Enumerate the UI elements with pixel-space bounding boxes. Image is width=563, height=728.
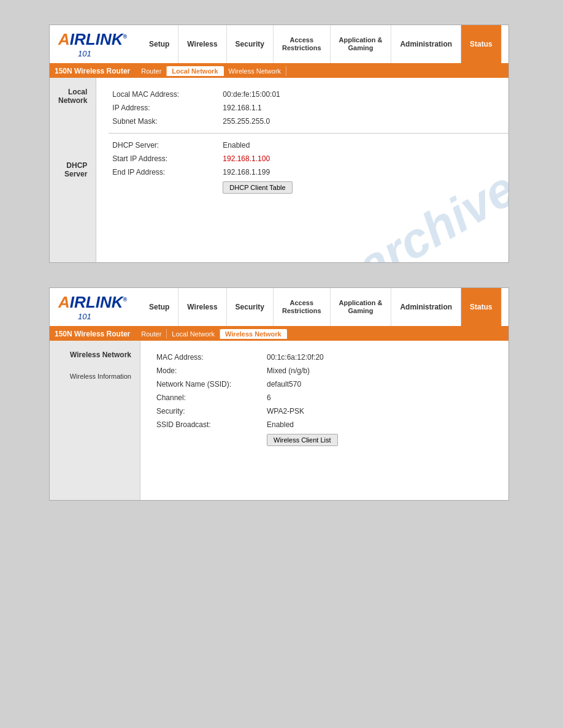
label-subnet: Subnet Mask: xyxy=(109,115,219,128)
logo-irlink-2: IRLINK xyxy=(70,293,123,311)
table-row: DHCP Client Table xyxy=(109,179,509,196)
nav-setup-2[interactable]: Setup xyxy=(140,288,178,326)
dhcp-table: DHCP Server: Enabled Start IP Address: 1… xyxy=(109,138,509,196)
nav-status-2[interactable]: Status xyxy=(461,288,502,326)
table-row: Network Name (SSID): default570 xyxy=(153,377,496,391)
breadcrumb-wireless-network-2[interactable]: Wireless Network xyxy=(220,329,287,339)
table-row: IP Address: 192.168.1.1 xyxy=(109,101,509,115)
breadcrumb-router-1[interactable]: Router xyxy=(136,66,167,76)
value-w-mac: 00:1c:6a:12:0f:20 xyxy=(263,351,496,364)
nav-wireless-1[interactable]: Wireless xyxy=(178,25,226,63)
content-area-1: Local Network DHCP Server Local MAC Addr… xyxy=(50,78,508,262)
label-end-ip: End IP Address: xyxy=(109,165,219,179)
value-w-ssid-broadcast: Enabled xyxy=(263,418,496,431)
value-w-security: WPA2-PSK xyxy=(263,404,496,418)
label-w-ssid-broadcast: SSID Broadcast: xyxy=(153,418,263,431)
value-dhcp-server: Enabled xyxy=(219,138,509,152)
value-subnet: 255.255.255.0 xyxy=(219,115,509,128)
logo-a: A xyxy=(58,30,70,48)
nav-admin-1[interactable]: Administration xyxy=(391,25,461,63)
local-network-table: Local MAC Address: 00:de:fe:15:00:01 IP … xyxy=(109,88,509,128)
label-dhcp-server: DHCP Server: xyxy=(109,138,219,152)
sidebar-2: Wireless Network Wireless Information xyxy=(50,341,140,500)
content-area-2: Wireless Network Wireless Information MA… xyxy=(50,341,508,500)
label-w-channel: Channel: xyxy=(153,391,263,404)
dhcp-client-table-button[interactable]: DHCP Client Table xyxy=(223,181,292,194)
header-2: AIRLINK® 101 Setup Wireless Security Acc… xyxy=(50,288,508,327)
value-mac: 00:de:fe:15:00:01 xyxy=(219,88,509,101)
table-row: MAC Address: 00:1c:6a:12:0f:20 xyxy=(153,351,496,364)
breadcrumb-bar-2: 150N Wireless Router Router Local Networ… xyxy=(50,327,508,341)
nav-access-2[interactable]: AccessRestrictions xyxy=(274,288,331,326)
breadcrumb-local-2[interactable]: Local Network xyxy=(167,329,220,339)
table-row: Channel: 6 xyxy=(153,391,496,404)
value-end-ip: 192.168.1.199 xyxy=(219,165,509,179)
nav-appgaming-2[interactable]: Application &Gaming xyxy=(331,288,392,326)
table-row: DHCP Server: Enabled xyxy=(109,138,509,152)
label-w-security: Security: xyxy=(153,404,263,418)
panel-wireless-network: AIRLINK® 101 Setup Wireless Security Acc… xyxy=(49,287,509,501)
value-w-mode: Mixed (n/g/b) xyxy=(263,364,496,377)
logo-reg: ® xyxy=(123,34,127,40)
value-w-ssid: default570 xyxy=(263,377,496,391)
breadcrumb-wireless-1[interactable]: Wireless Network xyxy=(224,66,287,76)
nav-access-1[interactable]: AccessRestrictions xyxy=(274,25,331,63)
value-start-ip: 192.168.1.100 xyxy=(219,152,509,165)
table-row: Wireless Client List xyxy=(153,431,496,449)
main-content-1: Local MAC Address: 00:de:fe:15:00:01 IP … xyxy=(96,78,509,262)
main-content-2: MAC Address: 00:1c:6a:12:0f:20 Mode: Mix… xyxy=(140,341,508,500)
divider-1 xyxy=(109,133,509,134)
nav-security-1[interactable]: Security xyxy=(227,25,274,63)
sidebar-wireless-label: Wireless Network xyxy=(56,347,134,363)
logo-1: AIRLINK® 101 xyxy=(50,25,140,63)
logo-101: 101 xyxy=(78,49,91,58)
table-row: Security: WPA2-PSK xyxy=(153,404,496,418)
logo-a-2: A xyxy=(58,293,70,311)
nav-bar-1: Setup Wireless Security AccessRestrictio… xyxy=(140,25,508,63)
wireless-table: MAC Address: 00:1c:6a:12:0f:20 Mode: Mix… xyxy=(153,351,496,449)
label-ip: IP Address: xyxy=(109,101,219,115)
logo-2: AIRLINK® 101 xyxy=(50,288,140,326)
table-row: Subnet Mask: 255.255.255.0 xyxy=(109,115,509,128)
label-w-mode: Mode: xyxy=(153,364,263,377)
nav-appgaming-1[interactable]: Application &Gaming xyxy=(331,25,392,63)
table-row: Mode: Mixed (n/g/b) xyxy=(153,364,496,377)
sidebar-local-network-label: Local Network xyxy=(56,84,90,108)
sidebar-wireless-info-label: Wireless Information xyxy=(56,369,134,384)
breadcrumb-router-2[interactable]: Router xyxy=(136,329,167,339)
sidebar-dhcp-label: DHCP Server xyxy=(56,157,90,182)
table-row: End IP Address: 192.168.1.199 xyxy=(109,165,509,179)
sidebar-1: Local Network DHCP Server xyxy=(50,78,96,262)
table-row: Start IP Address: 192.168.1.100 xyxy=(109,152,509,165)
value-ip: 192.168.1.1 xyxy=(219,101,509,115)
breadcrumb-bar-1: 150N Wireless Router Router Local Networ… xyxy=(50,64,508,78)
table-row: SSID Broadcast: Enabled xyxy=(153,418,496,431)
label-mac: Local MAC Address: xyxy=(109,88,219,101)
breadcrumb-title-1: 150N Wireless Router xyxy=(55,67,130,75)
wireless-client-list-button[interactable]: Wireless Client List xyxy=(267,434,338,446)
panel-local-network: AIRLINK® 101 Setup Wireless Security Acc… xyxy=(49,25,509,263)
logo-reg-2: ® xyxy=(123,297,127,303)
logo-101-2: 101 xyxy=(78,312,91,321)
logo-irlink: IRLINK xyxy=(70,30,123,48)
nav-setup-1[interactable]: Setup xyxy=(140,25,178,63)
label-w-ssid: Network Name (SSID): xyxy=(153,377,263,391)
nav-wireless-2[interactable]: Wireless xyxy=(178,288,226,326)
breadcrumb-local-1[interactable]: Local Network xyxy=(167,66,223,76)
nav-admin-2[interactable]: Administration xyxy=(391,288,461,326)
nav-status-1[interactable]: Status xyxy=(461,25,502,63)
nav-security-2[interactable]: Security xyxy=(227,288,274,326)
label-start-ip: Start IP Address: xyxy=(109,152,219,165)
value-w-channel: 6 xyxy=(263,391,496,404)
nav-bar-2: Setup Wireless Security AccessRestrictio… xyxy=(140,288,508,326)
header-1: AIRLINK® 101 Setup Wireless Security Acc… xyxy=(50,25,508,64)
table-row: Local MAC Address: 00:de:fe:15:00:01 xyxy=(109,88,509,101)
breadcrumb-title-2: 150N Wireless Router xyxy=(55,330,130,338)
label-w-mac: MAC Address: xyxy=(153,351,263,364)
